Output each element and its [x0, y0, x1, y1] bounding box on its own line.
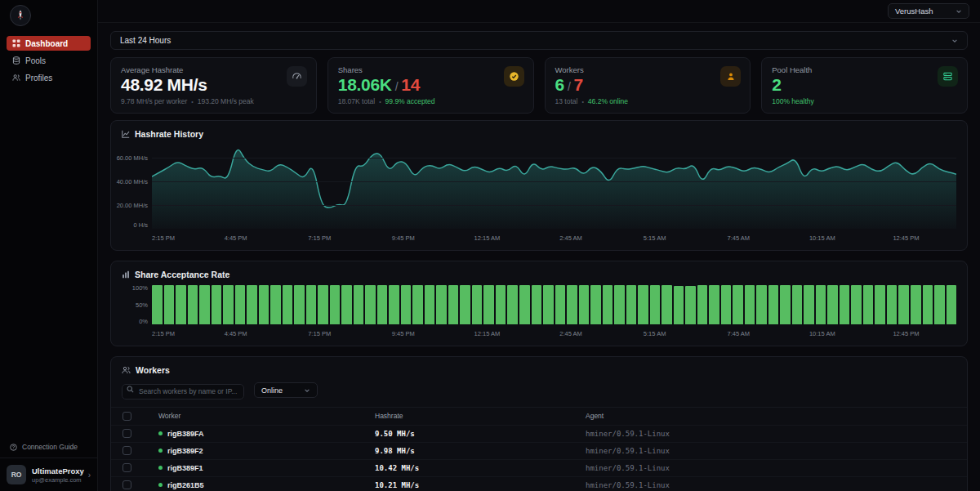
user-name: UltimateProxy: [32, 466, 82, 475]
acceptance-bar: [614, 285, 625, 324]
card-label: Workers: [555, 65, 741, 74]
online-status-dot: [158, 483, 163, 487]
card-sub-left: 18.07K total: [338, 97, 375, 105]
status-filter-select[interactable]: Online: [254, 382, 318, 398]
acceptance-bar: [483, 285, 494, 324]
table-row[interactable]: rigB389F2 9.98 MH/s hminer/0.59.1-Linux: [111, 442, 967, 459]
algorithm-select[interactable]: VerusHash: [888, 3, 969, 19]
acceptance-bar: [840, 285, 850, 324]
app-logo[interactable]: [10, 5, 31, 26]
chevron-down-icon: [956, 8, 962, 15]
select-all-checkbox[interactable]: [122, 412, 131, 421]
acceptance-bar: [389, 285, 399, 324]
acceptance-bar: [567, 285, 577, 324]
acceptance-bar: [259, 285, 270, 324]
y-tick-label: 20.00 MH/s: [117, 202, 148, 209]
card-sub-left: 13 total: [555, 97, 578, 105]
workers-toolbar: Online: [111, 381, 967, 407]
hashrate-x-axis: 2:15 PM4:45 PM7:15 PM9:45 PM12:15 AM2:45…: [152, 233, 956, 245]
acceptance-bar: [425, 285, 435, 324]
x-tick-label: 2:15 PM: [152, 234, 175, 242]
acceptance-bar: [223, 285, 234, 324]
y-tick-label: 40.00 MH/s: [117, 178, 148, 185]
x-tick-label: 2:45 AM: [559, 234, 582, 242]
table-row[interactable]: rigB389F1 10.42 MH/s hminer/0.59.1-Linux: [111, 459, 967, 476]
acceptance-bar: [780, 285, 791, 324]
table-row[interactable]: rigB389FA 9.50 MH/s hminer/0.59.1-Linux: [111, 425, 967, 442]
acceptance-bar: [685, 286, 696, 324]
worker-name: rigB389F1: [167, 464, 203, 472]
worker-search: [122, 382, 244, 399]
card-value-rejected: 14: [401, 75, 420, 94]
connection-guide-link[interactable]: Connection Guide: [0, 436, 97, 458]
line-chart-icon: [122, 130, 130, 138]
worker-hashrate: 9.98 MH/s: [375, 442, 586, 459]
online-status-dot: [158, 449, 163, 453]
acceptance-bar: [626, 285, 637, 324]
acceptance-bar: [247, 285, 257, 324]
sidebar-item-label: Dashboard: [25, 39, 68, 48]
x-tick-label: 7:15 PM: [308, 330, 331, 337]
panel-title: Workers: [136, 365, 170, 375]
user-meta: UltimateProxy up@example.com: [32, 466, 82, 484]
table-row[interactable]: rigB261B5 10.21 MH/s hminer/0.59.1-Linux: [111, 476, 967, 491]
search-icon: [127, 386, 134, 393]
row-checkbox[interactable]: [122, 463, 131, 472]
value-separator: /: [395, 80, 399, 93]
profiles-users-icon: [12, 74, 20, 82]
panel-header: Workers: [111, 357, 967, 381]
x-tick-label: 2:45 AM: [559, 330, 582, 337]
card-subtext: 13 total • 46.2% online: [555, 97, 741, 105]
worker-agent: hminer/0.59.1-Linux: [586, 425, 967, 442]
card-shares: Shares 18.06K/14 18.07K total • 99.9% ac…: [327, 57, 534, 114]
acceptance-bar: [532, 285, 542, 324]
sidebar-item-dashboard[interactable]: Dashboard: [7, 36, 91, 51]
acceptance-bar: [377, 285, 388, 324]
acceptance-x-axis: 2:15 PM4:45 PM7:15 PM9:45 PM12:15 AM2:45…: [152, 328, 956, 341]
x-tick-label: 5:15 AM: [644, 234, 666, 242]
acceptance-bar: [519, 285, 530, 324]
acceptance-bar: [152, 285, 163, 324]
row-checkbox[interactable]: [122, 446, 131, 455]
acceptance-bar: [354, 285, 364, 324]
table-header-row: Worker Hashrate Agent: [111, 407, 967, 425]
worker-name: rigB389F2: [167, 447, 203, 455]
dot-separator: •: [379, 99, 381, 105]
acceptance-bar: [756, 285, 767, 324]
workers-table: Worker Hashrate Agent rigB389FA 9.50 MH/…: [111, 407, 967, 491]
x-tick-label: 10:15 AM: [809, 234, 835, 242]
workers-people-icon: [122, 366, 131, 374]
acceptance-bar: [697, 285, 708, 324]
row-checkbox[interactable]: [122, 480, 131, 489]
column-header-worker: Worker: [158, 407, 375, 425]
gauge-icon: [287, 66, 307, 87]
acceptance-bar: [448, 285, 459, 324]
row-checkbox[interactable]: [122, 429, 131, 438]
panel-title: Share Acceptance Rate: [135, 270, 229, 279]
sidebar-item-profiles[interactable]: Profiles: [7, 70, 91, 85]
badge-check-icon: [504, 66, 524, 87]
card-value: 48.92 MH/s: [121, 75, 207, 94]
acceptance-bar: [270, 285, 281, 324]
card-sub-left: 9.78 MH/s per worker: [121, 97, 187, 105]
connection-guide-label: Connection Guide: [22, 443, 78, 451]
card-average-hashrate: Average Hashrate 48.92 MH/s 9.78 MH/s pe…: [110, 57, 317, 114]
hashrate-plot: [152, 145, 956, 229]
acceptance-bars: [152, 285, 956, 324]
y-tick-label: 50%: [136, 301, 148, 309]
time-range-select[interactable]: Last 24 Hours: [110, 31, 968, 50]
rocket-icon: [14, 9, 27, 22]
worker-name: rigB389FA: [167, 430, 204, 438]
y-tick-label: 100%: [132, 284, 148, 292]
card-workers: Workers 6/7 13 total • 46.2% online: [545, 57, 751, 114]
card-value: 2: [772, 75, 781, 94]
card-label: Average Hashrate: [121, 65, 306, 74]
time-range-value: Last 24 Hours: [120, 36, 171, 45]
x-tick-label: 10:15 AM: [809, 330, 835, 337]
user-menu[interactable]: RO UltimateProxy up@example.com ›: [0, 458, 97, 491]
sidebar-item-pools[interactable]: Pools: [7, 53, 91, 68]
worker-search-input[interactable]: [122, 384, 244, 399]
worker-agent: hminer/0.59.1-Linux: [586, 442, 967, 459]
x-tick-label: 5:15 AM: [644, 330, 666, 337]
acceptance-bar: [436, 285, 447, 324]
